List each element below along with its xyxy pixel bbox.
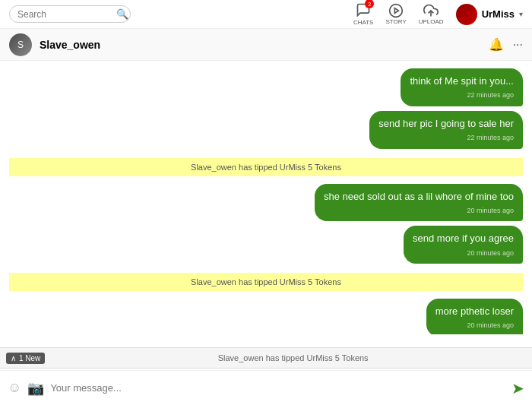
sent-message: think of Me spit in you...22 minutes ago xyxy=(401,68,523,106)
emoji-icon[interactable]: ☺ xyxy=(8,380,21,396)
message-time: 20 minutes ago xyxy=(324,206,514,216)
user-profile[interactable]: UrMiss ▾ xyxy=(456,4,523,25)
message-text: send more if you agree xyxy=(413,233,514,244)
more-options-icon[interactable]: ··· xyxy=(513,38,523,52)
search-bar[interactable]: 🔍 xyxy=(9,5,131,23)
story-label: STORY xyxy=(385,18,406,25)
sent-message: send her pic I going to sale her22 minut… xyxy=(369,111,523,149)
nav-icons: 2 CHATS STORY UPLOAD UrMiss ▾ xyxy=(353,2,523,26)
message-row: she need sold out as a lil whore of mine… xyxy=(9,184,523,222)
message-time: 20 minutes ago xyxy=(413,248,514,258)
svg-point-0 xyxy=(390,5,403,17)
chats-label: CHATS xyxy=(353,19,374,26)
chat-header: S Slave_owen 🔔 ··· xyxy=(0,29,532,61)
svg-marker-1 xyxy=(394,8,398,14)
tip-banner: Slave_owen has tipped UrMiss 5 Tokens xyxy=(9,158,523,176)
message-text: think of Me spit in you... xyxy=(410,75,514,87)
avatar xyxy=(456,4,477,25)
story-nav-item[interactable]: STORY xyxy=(385,3,406,25)
message-text: she need sold out as a lil whore of mine… xyxy=(324,191,514,202)
upload-nav-item[interactable]: UPLOAD xyxy=(419,3,444,25)
new-badge-label: 1 New xyxy=(19,354,40,362)
message-row: more pthetic loser20 minutes ago xyxy=(9,299,523,334)
chevron-up-icon: ∧ xyxy=(11,354,16,362)
message-time: 20 minutes ago xyxy=(435,321,514,331)
sent-message: she need sold out as a lil whore of mine… xyxy=(315,184,523,222)
message-time: 22 minutes ago xyxy=(378,133,514,143)
chevron-down-icon: ▾ xyxy=(519,10,523,18)
message-time: 22 minutes ago xyxy=(410,90,514,100)
tip-notification: Slave_owen has tipped UrMiss 5 Tokens xyxy=(9,158,523,176)
chats-badge: 2 xyxy=(365,0,374,8)
tip-banner: Slave_owen has tipped UrMiss 5 Tokens xyxy=(9,273,523,291)
message-row: think of Me spit in you...22 minutes ago xyxy=(9,68,523,106)
chat-user-avatar: S xyxy=(9,33,32,56)
search-input[interactable] xyxy=(17,9,116,20)
sent-message: send more if you agree20 minutes ago xyxy=(404,226,523,264)
message-text: more pthetic loser xyxy=(435,305,514,317)
messages-area: think of Me spit in you...22 minutes ago… xyxy=(0,61,532,334)
chat-header-icons: 🔔 ··· xyxy=(489,37,523,52)
new-messages-badge[interactable]: ∧ 1 New xyxy=(6,353,45,364)
new-message-bar: ∧ 1 New Slave_owen has tipped UrMiss 5 T… xyxy=(0,347,532,369)
search-icon: 🔍 xyxy=(116,8,128,20)
message-input[interactable] xyxy=(50,382,505,394)
sent-message: more pthetic loser20 minutes ago xyxy=(426,299,523,334)
image-icon[interactable]: 📷 xyxy=(27,380,44,397)
username: UrMiss xyxy=(482,8,515,20)
top-nav: 🔍 2 CHATS STORY UPLOAD xyxy=(0,0,532,29)
tip-bar-bottom: Slave_owen has tipped UrMiss 5 Tokens xyxy=(54,353,532,362)
tip-notification: Slave_owen has tipped UrMiss 5 Tokens xyxy=(9,273,523,291)
send-button[interactable]: ➤ xyxy=(511,379,524,397)
message-row: send her pic I going to sale her22 minut… xyxy=(9,111,523,149)
bell-icon[interactable]: 🔔 xyxy=(489,37,504,52)
chats-nav-item[interactable]: 2 CHATS xyxy=(353,2,374,26)
message-text: send her pic I going to sale her xyxy=(378,118,514,129)
upload-label: UPLOAD xyxy=(419,18,444,25)
message-row: send more if you agree20 minutes ago xyxy=(9,226,523,264)
chat-user-name: Slave_owen xyxy=(40,39,489,51)
input-area: ☺ 📷 ➤ xyxy=(0,370,532,405)
